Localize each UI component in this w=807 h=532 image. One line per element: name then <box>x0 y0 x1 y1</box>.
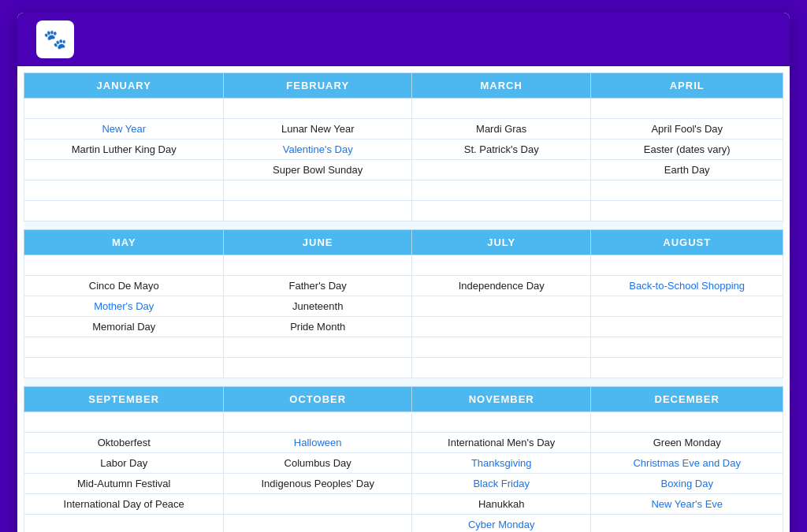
calendar-cell <box>224 494 412 515</box>
calendar-cell: Cyber Monday <box>411 515 590 533</box>
calendar-cell <box>24 201 224 221</box>
calendar-cell: Easter (dates vary) <box>591 140 783 160</box>
calendar-cell <box>591 201 783 221</box>
calendar-cell <box>24 180 224 201</box>
calendar-cell: Oktoberfest <box>24 433 224 453</box>
calendar-wrapper: JANUARYFEBRUARYMARCHAPRILNew YearLunar N… <box>17 66 790 532</box>
calendar-cell: Columbus Day <box>224 453 412 474</box>
calendar-cell: Cinco De Mayo <box>24 276 224 296</box>
spacer-cell <box>24 378 224 387</box>
month-header: JUNE <box>224 230 412 255</box>
calendar-cell: Super Bowl Sunday <box>224 160 412 180</box>
month-header: SEPTEMBER <box>24 387 224 412</box>
logo-icon: 🐾 <box>36 20 74 58</box>
spacer-cell <box>591 378 783 387</box>
calendar-cell: St. Patrick's Day <box>411 140 590 160</box>
calendar-cell: Valentine's Day <box>224 140 412 160</box>
spacer-cell <box>411 221 590 230</box>
calendar-cell <box>24 412 224 433</box>
calendar-cell: Pride Month <box>224 317 412 337</box>
holiday-link[interactable]: Valentine's Day <box>283 143 353 155</box>
calendar-cell: Father's Day <box>224 276 412 296</box>
holiday-link[interactable]: Mother's Day <box>94 300 154 312</box>
holiday-link[interactable]: Back-to-School Shopping <box>629 280 745 292</box>
month-header: MAY <box>24 230 224 255</box>
calendar-cell <box>224 337 412 358</box>
calendar-cell <box>591 515 783 533</box>
calendar-cell: Independence Day <box>411 276 590 296</box>
month-header: JANUARY <box>24 73 224 99</box>
calendar-cell <box>224 180 412 201</box>
calendar-cell: Back-to-School Shopping <box>591 276 783 296</box>
calendar-cell: Memorial Day <box>24 317 224 337</box>
calendar-cell <box>224 515 412 533</box>
calendar-cell: Mother's Day <box>24 296 224 317</box>
calendar-cell: Halloween <box>224 433 412 453</box>
month-header: OCTOBER <box>224 387 412 412</box>
calendar-cell <box>591 337 783 358</box>
spacer-cell <box>24 221 224 230</box>
calendar-cell: New Year <box>24 119 224 140</box>
calendar-cell <box>224 99 412 119</box>
calendar-cell <box>591 180 783 201</box>
calendar-cell <box>224 412 412 433</box>
calendar-cell: Labor Day <box>24 453 224 474</box>
calendar-cell <box>24 358 224 378</box>
holiday-link[interactable]: Thanksgiving <box>471 457 532 469</box>
month-header: NOVEMBER <box>411 387 590 412</box>
calendar-cell: Black Friday <box>411 474 590 494</box>
calendar-cell <box>224 201 412 221</box>
calendar-cell <box>411 358 590 378</box>
calendar-cell <box>411 337 590 358</box>
calendar-cell <box>224 255 412 276</box>
calendar-cell: Indigenous Peoples' Day <box>224 474 412 494</box>
calendar-cell: Lunar New Year <box>224 119 412 140</box>
calendar-cell <box>591 317 783 337</box>
calendar-table: JANUARYFEBRUARYMARCHAPRILNew YearLunar N… <box>24 73 783 532</box>
calendar-cell: April Fool's Day <box>591 119 783 140</box>
calendar-cell: Juneteenth <box>224 296 412 317</box>
calendar-cell: International Day of Peace <box>24 494 224 515</box>
calendar-cell <box>24 337 224 358</box>
calendar-cell: Hanukkah <box>411 494 590 515</box>
month-header: AUGUST <box>591 230 783 255</box>
spacer-cell <box>591 221 783 230</box>
holiday-link[interactable]: Christmas Eve and Day <box>633 457 741 469</box>
calendar-cell: Mardi Gras <box>411 119 590 140</box>
calendar-cell <box>411 255 590 276</box>
calendar-cell <box>411 317 590 337</box>
month-header: DECEMBER <box>591 387 783 412</box>
calendar-cell <box>24 99 224 119</box>
holiday-link[interactable]: Boxing Day <box>660 478 712 489</box>
holiday-link[interactable]: New Year's Eve <box>651 498 723 510</box>
spacer-cell <box>224 378 412 387</box>
page-header: 🐾 <box>17 13 790 66</box>
calendar-cell: Earth Day <box>591 160 783 180</box>
calendar-cell <box>411 412 590 433</box>
calendar-cell <box>591 296 783 317</box>
calendar-cell <box>411 296 590 317</box>
holiday-link[interactable]: Cyber Monday <box>468 519 535 530</box>
main-card: 🐾 JANUARYFEBRUARYMARCHAPRILNew YearLunar… <box>17 13 790 532</box>
calendar-cell <box>411 180 590 201</box>
calendar-cell: International Men's Day <box>411 433 590 453</box>
calendar-cell <box>24 160 224 180</box>
calendar-cell: Christmas Eve and Day <box>591 453 783 474</box>
calendar-cell: Martin Luther King Day <box>24 140 224 160</box>
calendar-cell <box>591 358 783 378</box>
calendar-cell <box>224 358 412 378</box>
calendar-cell <box>24 515 224 533</box>
calendar-cell <box>411 160 590 180</box>
calendar-cell <box>411 99 590 119</box>
calendar-cell: Boxing Day <box>591 474 783 494</box>
logo-area: 🐾 <box>36 20 80 58</box>
calendar-cell: Mid-Autumn Festival <box>24 474 224 494</box>
calendar-cell: Green Monday <box>591 433 783 453</box>
spacer-cell <box>411 378 590 387</box>
month-header: JULY <box>411 230 590 255</box>
calendar-cell <box>591 99 783 119</box>
holiday-link[interactable]: New Year <box>102 123 146 135</box>
holiday-link[interactable]: Black Friday <box>473 478 530 489</box>
holiday-link[interactable]: Halloween <box>294 437 342 448</box>
calendar-cell <box>591 412 783 433</box>
